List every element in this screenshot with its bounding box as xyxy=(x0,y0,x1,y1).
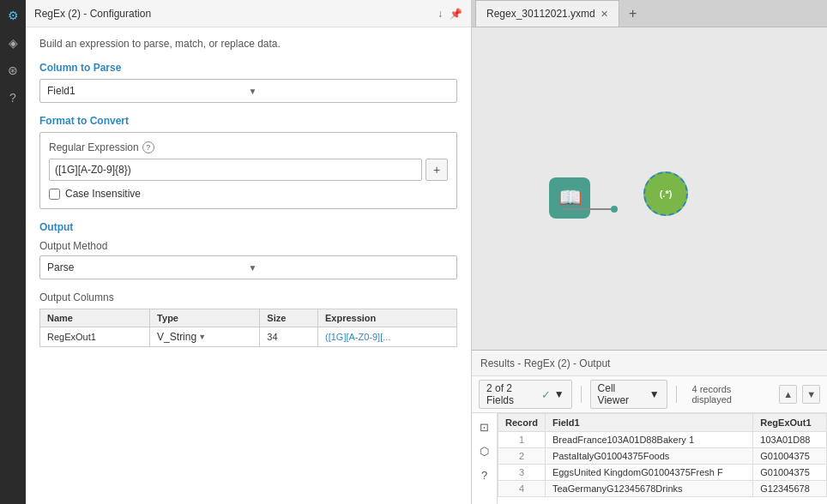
row-record: 1 xyxy=(498,432,546,448)
type-chevron-icon[interactable]: ▼ xyxy=(198,333,206,341)
right-panel: Regex_30112021.yxmd ✕ + 📖 (.*) Results -… xyxy=(472,0,827,504)
results-sidebar-icon-2[interactable]: ⬡ xyxy=(476,442,493,459)
row-field1: TeaGermanyG12345678Drinks xyxy=(545,481,752,497)
sidebar-icon-tag[interactable]: ⊛ xyxy=(4,62,21,79)
results-col-record: Record xyxy=(498,414,546,432)
results-col-field1: Field1 xyxy=(545,414,752,432)
regex-label-row: Regular Expression ? xyxy=(49,141,448,153)
tab-add-button[interactable]: + xyxy=(623,3,643,24)
regex-input[interactable] xyxy=(49,159,422,181)
tab-close-icon[interactable]: ✕ xyxy=(601,9,608,20)
output-columns-table: Name Type Size Expression RegExOut1 V_St… xyxy=(39,309,457,347)
row-record: 4 xyxy=(498,481,546,497)
results-table: Record Field1 RegExOut1 1 BreadFrance103… xyxy=(498,413,827,497)
case-insensitive-label: Case Insensitive xyxy=(65,188,141,200)
config-panel: RegEx (2) - Configuration ↓ 📌 Build an e… xyxy=(26,0,472,504)
output-method-chevron: ▼ xyxy=(249,263,450,273)
output-method-value: Parse xyxy=(47,261,249,273)
tab-label: Regex_30112021.yxmd xyxy=(486,8,595,20)
cell-viewer-button[interactable]: Cell Viewer ▼ xyxy=(590,380,667,409)
connection-line xyxy=(562,208,613,210)
row-expression[interactable]: ([1G][A-Z0-9][... xyxy=(318,327,457,347)
connection-dot xyxy=(611,206,618,213)
table-row: 4 TeaGermanyG12345678Drinks G12345678 xyxy=(498,481,827,497)
toolbar-separator-2 xyxy=(676,386,677,403)
description-text: Build an expression to parse, match, or … xyxy=(39,38,457,50)
fields-label: 2 of 2 Fields xyxy=(486,382,538,406)
row-regexout1: 103A01D88 xyxy=(753,432,827,448)
table-row: 2 PastaItalyG01004375Foods G01004375 xyxy=(498,448,827,465)
table-row: RegExOut1 V_String ▼ 34 ([1G][A-Z0-9][..… xyxy=(40,327,457,347)
row-field1: BreadFrance103A01D88Bakery 1 xyxy=(545,432,752,448)
row-regexout1: G01004375 xyxy=(753,465,827,481)
results-sidebar: ⊡ ⬡ ? xyxy=(472,413,498,504)
format-convert-label: Format to Convert xyxy=(39,115,457,127)
results-sidebar-icon-3[interactable]: ? xyxy=(476,466,493,483)
row-record: 2 xyxy=(498,448,546,465)
row-record: 3 xyxy=(498,465,546,481)
fields-chevron-icon: ▼ xyxy=(554,388,564,400)
output-method-dropdown[interactable]: Parse ▼ xyxy=(39,255,457,279)
regex-help-icon[interactable]: ? xyxy=(142,141,154,153)
input-node[interactable]: 📖 xyxy=(549,177,590,219)
results-header: Results - RegEx (2) - Output xyxy=(472,351,827,376)
col-header-type: Type xyxy=(150,309,260,327)
row-type: V_String ▼ xyxy=(150,327,260,347)
output-columns-label: Output Columns xyxy=(39,291,457,303)
col-header-size: Size xyxy=(260,309,318,327)
toolbar-separator-1 xyxy=(581,386,582,403)
results-toolbar: 2 of 2 Fields ✓ ▼ Cell Viewer ▼ 4 record… xyxy=(472,376,827,413)
canvas-area[interactable]: 📖 (.*) xyxy=(472,27,827,350)
input-node-body: 📖 xyxy=(549,177,590,219)
results-title: Results - RegEx (2) - Output xyxy=(480,357,610,369)
records-stat: 4 records displayed xyxy=(691,384,769,405)
main-tab[interactable]: Regex_30112021.yxmd ✕ xyxy=(475,0,619,27)
config-header-icons: ↓ 📌 xyxy=(438,8,462,20)
nav-down-button[interactable]: ▼ xyxy=(802,385,820,404)
column-parse-label: Column to Parse xyxy=(39,62,457,74)
results-panel: Results - RegEx (2) - Output 2 of 2 Fiel… xyxy=(472,350,827,504)
results-content: ⊡ ⬡ ? Record Field1 RegExOut1 xyxy=(472,413,827,504)
column-parse-dropdown[interactable]: Field1 ▼ xyxy=(39,79,457,103)
cell-viewer-chevron-icon: ▼ xyxy=(649,388,660,400)
sidebar-icon-diamond[interactable]: ◈ xyxy=(4,34,21,51)
sidebar-icon-settings[interactable]: ⚙ xyxy=(4,7,21,24)
col-header-expression: Expression xyxy=(318,309,457,327)
sidebar-icon-help[interactable]: ? xyxy=(4,89,21,106)
pin-icon[interactable]: 📌 xyxy=(450,8,462,20)
row-regexout1: G12345678 xyxy=(753,481,827,497)
regex-input-row: + xyxy=(49,159,448,181)
col-header-name: Name xyxy=(40,309,150,327)
regex-node[interactable]: (.*) xyxy=(643,171,688,216)
results-table-wrap: Record Field1 RegExOut1 1 BreadFrance103… xyxy=(498,413,827,504)
table-row: 3 EggsUnited KingdomG01004375Fresh F G01… xyxy=(498,465,827,481)
left-sidebar: ⚙ ◈ ⊛ ? xyxy=(0,0,26,504)
output-label: Output xyxy=(39,221,457,233)
results-col-regexout1: RegExOut1 xyxy=(753,414,827,432)
config-body: Build an expression to parse, match, or … xyxy=(26,27,471,504)
case-insensitive-row: Case Insensitive xyxy=(49,188,448,200)
regex-plus-button[interactable]: + xyxy=(426,159,448,181)
minimize-icon[interactable]: ↓ xyxy=(438,8,443,20)
row-size: 34 xyxy=(260,327,318,347)
main-container: RegEx (2) - Configuration ↓ 📌 Build an e… xyxy=(26,0,827,504)
nav-up-button[interactable]: ▲ xyxy=(779,385,797,404)
results-sidebar-icon-1[interactable]: ⊡ xyxy=(476,418,493,435)
fields-check-icon: ✓ xyxy=(541,388,551,401)
column-parse-value: Field1 xyxy=(47,85,249,97)
config-title: RegEx (2) - Configuration xyxy=(34,8,151,20)
row-regexout1: G01004375 xyxy=(753,448,827,465)
row-name: RegExOut1 xyxy=(40,327,150,347)
cell-viewer-label: Cell Viewer xyxy=(598,382,646,406)
table-row: 1 BreadFrance103A01D88Bakery 1 103A01D88 xyxy=(498,432,827,448)
column-parse-chevron: ▼ xyxy=(249,87,450,96)
regex-label: Regular Expression xyxy=(49,141,139,153)
case-insensitive-checkbox[interactable] xyxy=(49,189,60,200)
fields-button[interactable]: 2 of 2 Fields ✓ ▼ xyxy=(479,380,572,409)
row-field1: PastaItalyG01004375Foods xyxy=(545,448,752,465)
regex-node-body: (.*) xyxy=(643,171,688,216)
output-method-label: Output Method xyxy=(39,240,457,252)
row-field1: EggsUnited KingdomG01004375Fresh F xyxy=(545,465,752,481)
config-header: RegEx (2) - Configuration ↓ 📌 xyxy=(26,0,471,27)
tab-bar: Regex_30112021.yxmd ✕ + xyxy=(472,0,827,27)
